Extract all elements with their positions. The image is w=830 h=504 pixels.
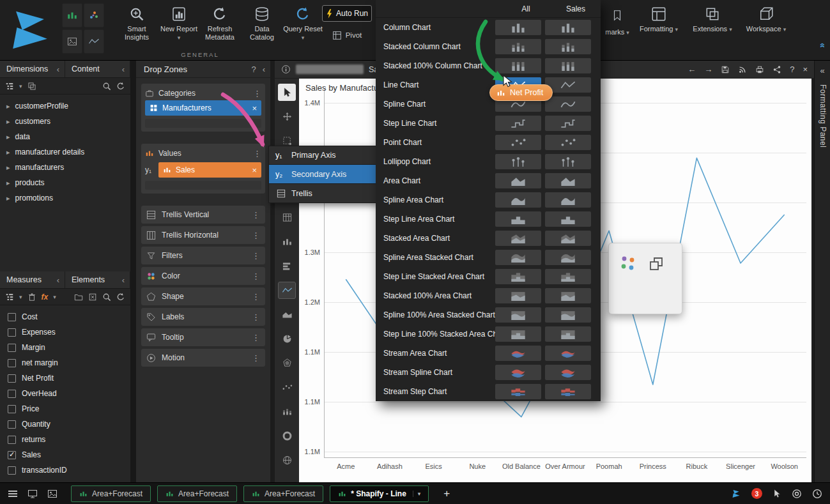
measure-item[interactable]: net margin	[0, 355, 130, 370]
chart-type-sales-cell[interactable]	[545, 231, 591, 246]
remove-chip-icon[interactable]: ×	[252, 103, 257, 113]
expand-icon[interactable]: ▸	[6, 102, 10, 111]
chart-type-row-spline-area-stacked-chart[interactable]: Spline Area Stacked Chart	[376, 248, 601, 267]
chart-type-sales-cell[interactable]	[545, 173, 591, 188]
hamburger-menu-icon[interactable]	[8, 489, 18, 499]
drop-zone-motion[interactable]: Motion⋮	[141, 349, 265, 367]
chart-type-sales-cell[interactable]	[545, 20, 591, 35]
chart-type-sales-cell[interactable]	[545, 365, 591, 380]
axis-option-secondary-axis[interactable]: y₂Secondary Axis	[268, 165, 378, 184]
chart-type-all-cell[interactable]	[495, 250, 541, 265]
sheet-tab--shapify-line[interactable]: * Shapify - Line▾	[330, 485, 429, 502]
formatting-button[interactable]: Formatting ▾	[638, 4, 679, 51]
sheet-tab-area-forecast[interactable]: Area+Forecast	[157, 485, 237, 502]
scatter-viz[interactable]	[278, 379, 296, 396]
donut-viz[interactable]	[278, 427, 296, 445]
floating-tool-popup[interactable]	[608, 243, 682, 314]
pointer-icon[interactable]	[772, 489, 781, 498]
pan-tool[interactable]	[278, 108, 296, 125]
app-logo[interactable]	[5, 5, 55, 55]
chevron-down-icon[interactable]: ▾	[19, 294, 22, 300]
info-icon[interactable]	[281, 65, 291, 74]
tab-dimensions[interactable]: Dimensions‹	[0, 61, 65, 77]
axis-option-trellis[interactable]: Trellis	[268, 184, 378, 203]
kebab-menu-icon[interactable]: ⋮	[252, 333, 260, 342]
new-report-button[interactable]: New Report ▾	[158, 4, 199, 51]
auto-run-button[interactable]: Auto Run	[322, 5, 372, 22]
chart-type-row-line-chart[interactable]: Line Chart	[376, 75, 601, 95]
tree-view-icon[interactable]	[5, 293, 14, 302]
chart-type-sales-cell[interactable]	[545, 135, 591, 150]
save-icon[interactable]	[721, 65, 730, 74]
kebab-menu-icon[interactable]: ⋮	[252, 292, 260, 302]
help-button[interactable]: ?	[251, 65, 256, 74]
chart-type-all-cell[interactable]	[495, 365, 541, 380]
chart-type-all-cell[interactable]	[495, 346, 541, 361]
chart-type-all-cell[interactable]	[495, 307, 541, 323]
kebab-menu-icon[interactable]: ⋮	[252, 231, 260, 240]
measure-item[interactable]: Sales	[0, 447, 130, 462]
values-chip-sales[interactable]: Sales ×	[158, 162, 261, 178]
empty-drop-slot[interactable]	[145, 119, 261, 128]
measure-item[interactable]: transactionID	[0, 462, 130, 478]
chart-type-sales-cell[interactable]	[545, 269, 591, 284]
bookmarks-button-partial[interactable]: marks ▾	[599, 6, 635, 51]
chart-type-all-cell[interactable]	[495, 154, 541, 169]
new-folder-icon[interactable]	[74, 293, 83, 302]
chart-type-row-lollipop-chart[interactable]: Lollipop Chart	[376, 152, 601, 171]
collapse-all-icon[interactable]	[27, 82, 36, 91]
add-tab-button[interactable]: +	[443, 487, 450, 500]
viz-shortcut-image[interactable]	[62, 29, 82, 54]
expand-icon[interactable]: ▸	[6, 133, 10, 141]
chart-type-sales-cell[interactable]	[545, 326, 591, 342]
workspace-button[interactable]: Workspace ▾	[746, 4, 787, 51]
copy-icon[interactable]	[649, 256, 664, 271]
chart-type-row-spline-area-chart[interactable]: Spline Area Chart	[376, 190, 601, 210]
chart-type-row-column-chart[interactable]: Column Chart	[376, 18, 601, 37]
tree-item[interactable]: ▸manufacturers	[0, 160, 130, 175]
measure-item[interactable]: Expenses	[0, 325, 130, 340]
extensions-button[interactable]: Extensions ▾	[692, 4, 733, 51]
empty-drop-slot[interactable]	[145, 181, 261, 190]
measure-item[interactable]: Cost	[0, 309, 130, 325]
viz-shortcut-line[interactable]	[84, 29, 104, 54]
cluster-dots-icon[interactable]	[618, 254, 638, 274]
help-button[interactable]: ?	[790, 65, 794, 74]
smart-insights-button[interactable]: Smart Insights	[116, 4, 157, 51]
chart-type-sales-cell[interactable]	[545, 307, 591, 323]
chart-type-sales-cell[interactable]	[545, 58, 591, 73]
chart-type-row-spline-chart[interactable]: Spline Chart	[376, 95, 601, 114]
measure-checkbox[interactable]	[8, 405, 16, 413]
tree-item[interactable]: ▸customerProfile	[0, 98, 130, 114]
chart-type-sales-cell[interactable]	[545, 250, 591, 265]
panel-splitter[interactable]	[130, 61, 136, 504]
chart-type-all-cell[interactable]	[495, 211, 541, 227]
chart-type-all-cell[interactable]	[495, 173, 541, 188]
chart-type-row-stacked-area-chart[interactable]: Stacked Area Chart	[376, 229, 601, 248]
measure-checkbox[interactable]	[8, 390, 16, 398]
chart-type-sales-cell[interactable]	[545, 384, 591, 399]
kebab-menu-icon[interactable]: ⋮	[253, 149, 261, 158]
tree-view-icon[interactable]	[5, 82, 14, 91]
print-icon[interactable]	[755, 65, 764, 74]
formula-button[interactable]: fx	[42, 293, 49, 302]
expand-icon[interactable]: ▸	[6, 194, 10, 202]
expand-icon[interactable]: ▸	[6, 164, 10, 172]
remove-chip-icon[interactable]: ×	[252, 165, 257, 175]
measure-item[interactable]: OverHead	[0, 386, 130, 401]
search-icon[interactable]	[102, 293, 111, 302]
measure-checkbox[interactable]	[8, 374, 16, 383]
categories-zone[interactable]: Categories ⋮ Manufacturers ×	[141, 84, 265, 132]
tree-item[interactable]: ▸customers	[0, 114, 130, 129]
image-icon[interactable]	[47, 489, 58, 499]
sheet-tab-area-forecast[interactable]: Area+Forecast	[71, 485, 151, 502]
measure-item[interactable]: Quantity	[0, 416, 130, 432]
measure-checkbox[interactable]	[8, 420, 16, 429]
bar-viz[interactable]	[278, 257, 296, 275]
app-logo-small-icon[interactable]	[731, 489, 741, 499]
chart-type-row-step-line-stacked-area-chart[interactable]: Step Line Stacked Area Chart	[376, 267, 601, 286]
query-reset-button[interactable]: Query Reset ▾	[282, 4, 323, 51]
drop-zone-filters[interactable]: Filters⋮	[141, 247, 265, 264]
sheet-tab-area-forecast[interactable]: Area+Forecast	[243, 485, 323, 502]
refresh-icon[interactable]	[116, 82, 125, 91]
